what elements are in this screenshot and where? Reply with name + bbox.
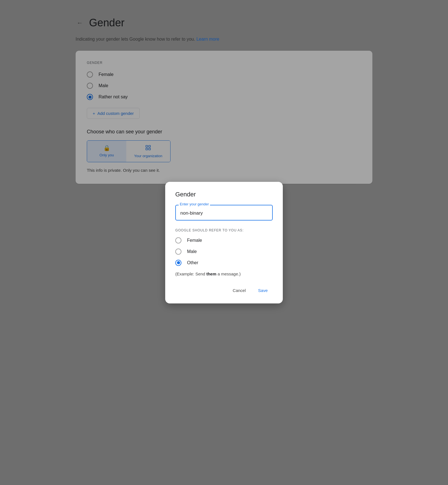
save-button[interactable]: Save <box>253 285 273 296</box>
dialog-radio-circle-male <box>175 249 181 255</box>
dialog-actions: Cancel Save <box>175 285 273 296</box>
example-text: (Example: Send them a message.) <box>175 271 273 276</box>
refer-radio-group: Female Male Other <box>175 237 273 266</box>
dialog-title: Gender <box>175 191 273 198</box>
refer-section-label: GOOGLE SHOULD REFER TO YOU AS: <box>175 228 273 232</box>
dialog-radio-other[interactable]: Other <box>175 260 273 266</box>
dialog-radio-label-female: Female <box>187 238 202 243</box>
dialog-radio-circle-other <box>175 260 181 266</box>
dialog-radio-label-other: Other <box>187 260 198 265</box>
example-bold: them <box>206 271 216 276</box>
dialog-radio-circle-female <box>175 237 181 243</box>
text-field-label: Enter your gender <box>179 202 210 206</box>
gender-text-field: Enter your gender <box>175 205 273 221</box>
gender-input[interactable] <box>175 205 273 221</box>
cancel-button[interactable]: Cancel <box>228 285 251 296</box>
dialog-radio-female[interactable]: Female <box>175 237 273 243</box>
dialog-radio-male[interactable]: Male <box>175 249 273 255</box>
dialog-radio-label-male: Male <box>187 249 197 254</box>
gender-dialog: Gender Enter your gender GOOGLE SHOULD R… <box>165 182 283 303</box>
